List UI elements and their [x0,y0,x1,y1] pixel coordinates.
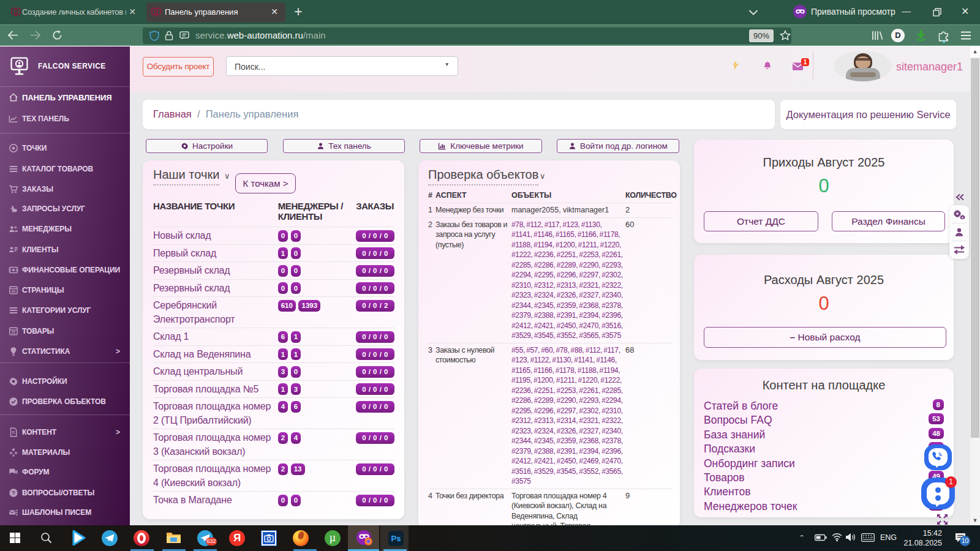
svg-text:?: ? [12,490,15,496]
